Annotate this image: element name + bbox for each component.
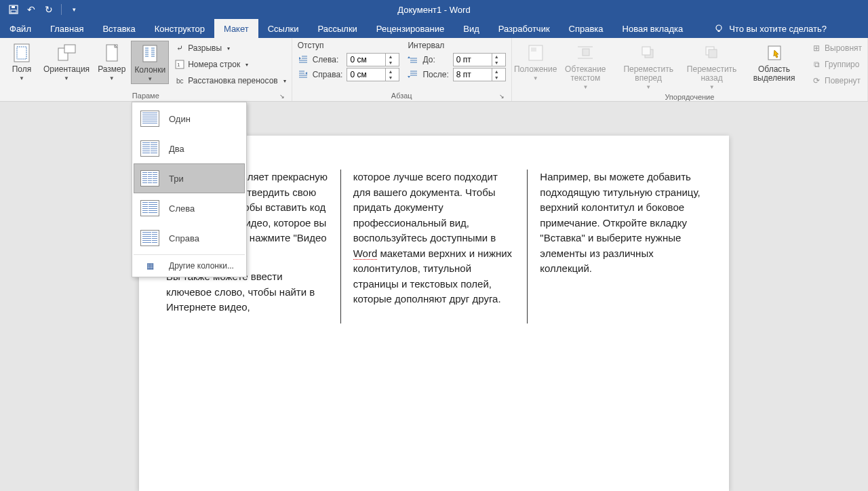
one-column-icon (140, 111, 159, 127)
forward-icon (637, 42, 659, 64)
chevron-down-icon: ▼ (64, 75, 69, 81)
lightbulb-icon (714, 24, 724, 33)
page-setup-launcher[interactable]: ↘ (279, 93, 285, 100)
tab-mailings[interactable]: Рассылки (308, 19, 366, 38)
tell-me[interactable]: Что вы хотите сделать? (706, 19, 835, 38)
group-label-arrange: Упорядочение (517, 92, 862, 102)
spin-up[interactable]: ▲ (386, 54, 395, 60)
left-column-icon (140, 200, 159, 216)
columns-option-right[interactable]: Справа (134, 223, 245, 253)
group-label-page-setup: Параме (132, 92, 159, 100)
tab-insert[interactable]: Вставка (93, 19, 144, 38)
line-numbers-icon: 1 (174, 59, 185, 70)
spacing-before-label: До: (422, 55, 448, 64)
hyphenation-icon: bc (174, 75, 185, 86)
tab-new[interactable]: Новая вкладка (613, 19, 693, 38)
ribbon-tabs: Файл Главная Вставка Конструктор Макет С… (0, 19, 868, 38)
spin-up[interactable]: ▲ (492, 68, 501, 75)
indent-left-icon (298, 54, 309, 65)
chevron-down-icon: ▼ (109, 75, 115, 81)
svg-rect-39 (583, 49, 589, 56)
paragraph-launcher[interactable]: ↘ (499, 93, 505, 100)
columns-button[interactable]: Колонки ▼ (131, 41, 169, 84)
svg-rect-2 (12, 6, 15, 8)
svg-rect-1 (11, 10, 16, 13)
spin-down[interactable]: ▼ (386, 60, 395, 66)
spellcheck-word[interactable]: Word (353, 248, 378, 260)
orientation-icon (56, 42, 77, 64)
columns-more-option[interactable]: ▦ Другие колонки... (134, 256, 245, 275)
rotate-icon: ⟳ (811, 75, 822, 86)
tab-layout[interactable]: Макет (214, 19, 258, 38)
bring-forward-button[interactable]: Переместить вперед▼ (617, 41, 679, 92)
svg-rect-38 (531, 47, 536, 52)
column-3[interactable]: Например, вы можете добавить подходящую … (540, 170, 702, 323)
columns-option-three[interactable]: Три (134, 163, 245, 193)
position-button[interactable]: Положение▼ (517, 41, 554, 83)
indent-header: Отступ (298, 41, 400, 52)
paragraph[interactable]: Например, вы можете добавить подходящую … (540, 170, 702, 277)
tab-home[interactable]: Главная (41, 19, 93, 38)
group-arrange: Положение▼ Обтекание текстом▼ Переместит… (512, 38, 868, 101)
line-numbers-button[interactable]: 1Номера строк▾ (174, 57, 286, 72)
save-button[interactable] (5, 1, 22, 18)
more-columns-icon: ▦ (140, 260, 159, 271)
selection-icon (764, 42, 785, 64)
spin-up[interactable]: ▲ (492, 54, 501, 60)
svg-rect-8 (64, 45, 75, 53)
tab-design[interactable]: Конструктор (145, 19, 214, 38)
margins-button[interactable]: Поля ▼ (5, 41, 38, 83)
quick-access-toolbar: ↶ ↻ ▾ (0, 1, 82, 18)
columns-icon (139, 43, 161, 64)
indent-left-input[interactable]: ▲▼ (347, 53, 399, 66)
chevron-down-icon: ▼ (19, 75, 24, 81)
qat-customize[interactable]: ▾ (66, 1, 82, 18)
spacing-after-input[interactable]: ▲▼ (453, 68, 506, 81)
paragraph[interactable]: которое лучше всего подходит для вашего … (353, 170, 515, 307)
indent-right-input[interactable]: ▲▼ (347, 68, 399, 81)
dropdown-separator (134, 254, 245, 255)
tab-review[interactable]: Рецензирование (367, 19, 454, 38)
tell-me-label: Что вы хотите сделать? (729, 24, 827, 34)
position-icon (525, 42, 547, 64)
spin-up[interactable]: ▲ (386, 68, 395, 75)
group-paragraph: Отступ Слева: ▲▼ Справа: ▲▼ Интервал До:… (292, 38, 512, 101)
orientation-button[interactable]: Ориентация ▼ (41, 41, 92, 83)
group-objects-button[interactable]: ⧉Группиро (811, 57, 862, 72)
redo-button[interactable]: ↻ (41, 1, 57, 18)
send-backward-button[interactable]: Переместить назад▼ (682, 41, 741, 92)
svg-text:1: 1 (177, 62, 180, 68)
align-button[interactable]: ⊞Выровнят (811, 41, 862, 56)
column-2[interactable]: которое лучше всего подходит для вашего … (353, 170, 515, 323)
selection-pane-button[interactable]: Область выделения (744, 41, 804, 84)
chevron-down-icon: ▼ (147, 76, 153, 82)
rotate-button[interactable]: ⟳Повернут (811, 73, 862, 88)
size-button[interactable]: Размер ▼ (95, 41, 128, 83)
three-column-icon (140, 170, 159, 186)
svg-rect-4 (718, 31, 720, 32)
spacing-header: Интервал (408, 41, 505, 52)
columns-option-left[interactable]: Слева (134, 193, 245, 223)
spin-down[interactable]: ▼ (492, 75, 501, 81)
document-workspace: Видео предоставляет прекрасную возможнос… (0, 102, 868, 491)
wrap-text-button[interactable]: Обтекание текстом▼ (557, 41, 615, 92)
breaks-icon: ⤶ (174, 43, 185, 54)
undo-button[interactable]: ↶ (23, 1, 39, 18)
spacing-before-icon (408, 54, 418, 65)
ribbon: Поля ▼ Ориентация ▼ Размер ▼ Колонки ▼ ⤶… (0, 38, 868, 102)
group-page-setup: Поля ▼ Ориентация ▼ Размер ▼ Колонки ▼ ⤶… (0, 38, 292, 101)
tab-help[interactable]: Справка (559, 19, 613, 38)
tab-references[interactable]: Ссылки (258, 19, 309, 38)
breaks-button[interactable]: ⤶Разрывы▾ (174, 41, 286, 56)
spin-down[interactable]: ▼ (386, 75, 395, 81)
columns-option-one[interactable]: Один (134, 104, 245, 134)
tab-developer[interactable]: Разработчик (489, 19, 559, 38)
hyphenation-button[interactable]: bcРасстановка переносов▾ (174, 73, 286, 88)
spacing-before-input[interactable]: ▲▼ (453, 53, 506, 66)
spin-down[interactable]: ▼ (492, 60, 501, 66)
columns-option-two[interactable]: Два (134, 134, 245, 163)
backward-icon (701, 42, 723, 64)
tab-view[interactable]: Вид (454, 19, 489, 38)
title-bar: ↶ ↻ ▾ Документ1 - Word (0, 0, 868, 19)
tab-file[interactable]: Файл (0, 19, 41, 38)
